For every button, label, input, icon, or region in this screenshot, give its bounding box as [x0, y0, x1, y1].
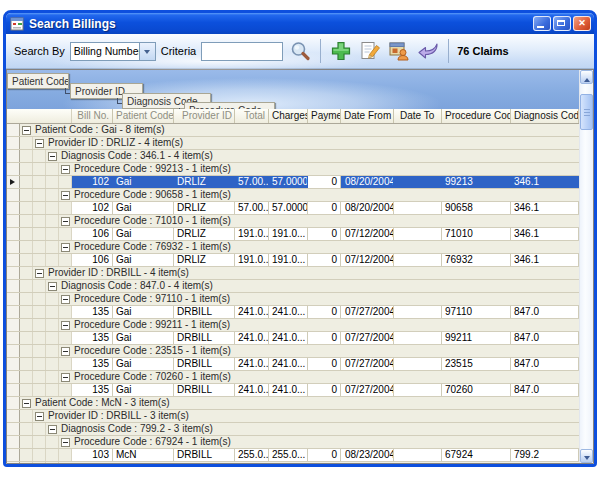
group-row[interactable]: Procedure Code : 23515 - 1 item(s) — [7, 345, 579, 358]
tree-indent — [20, 202, 33, 214]
scroll-down-icon[interactable] — [580, 449, 593, 463]
collapse-icon[interactable] — [61, 295, 70, 304]
collapse-icon[interactable] — [61, 243, 70, 252]
collapse-icon[interactable] — [48, 282, 57, 291]
tree-indent — [46, 332, 59, 344]
scroll-up-icon[interactable] — [580, 70, 593, 84]
column-header-total[interactable]: Total — [235, 109, 269, 123]
table-row[interactable]: 102GaiDRLIZ57.00...57.0000008/20/2004906… — [7, 202, 579, 215]
collapse-icon[interactable] — [61, 165, 70, 174]
scrollbar-thumb[interactable] — [580, 94, 593, 130]
cell-dateTo — [394, 228, 442, 240]
search-by-dropdown[interactable]: Billing Number — [70, 42, 156, 61]
table-row[interactable]: 106GaiDRLIZ191.0...191.0...007/12/200476… — [7, 254, 579, 267]
column-header-patient[interactable]: Patient Code — [113, 109, 174, 123]
cell-diag: 346.1 — [511, 228, 579, 240]
cell-dateFrom: 08/20/2004 — [341, 202, 394, 214]
group-row[interactable]: Patient Code : Gai - 8 item(s) — [7, 124, 579, 137]
close-button[interactable] — [573, 16, 591, 31]
tree-indent — [59, 358, 72, 370]
group-row-body: Procedure Code : 76932 - 1 item(s) — [59, 241, 579, 253]
group-row[interactable] — [7, 462, 579, 463]
cell-bill: 135 — [72, 358, 113, 370]
table-row[interactable]: 135GaiDRBILL241.0...241.0...007/27/20042… — [7, 358, 579, 371]
undo-arrow-button[interactable] — [416, 38, 440, 64]
minimize-button[interactable] — [533, 16, 551, 31]
column-header-charges[interactable]: Charges — [269, 109, 308, 123]
cell-payment: 0 — [308, 254, 341, 266]
table-row[interactable]: 102GaiDRLIZ57.00...57.0000008/20/2004992… — [7, 176, 579, 189]
collapse-icon[interactable] — [35, 412, 44, 421]
group-row[interactable]: Procedure Code : 90658 - 1 item(s) — [7, 189, 579, 202]
cell-payment: 0 — [308, 228, 341, 240]
group-row[interactable]: Provider ID : DRBILL - 3 item(s) — [7, 410, 579, 423]
tree-indent — [20, 319, 33, 331]
group-row[interactable]: Procedure Code : 71010 - 1 item(s) — [7, 215, 579, 228]
group-by-box-procedure-code[interactable]: Procedure Code — [184, 102, 275, 109]
tree-indent — [20, 423, 33, 435]
table-row[interactable]: 106GaiDRLIZ191.0...191.0...007/12/200471… — [7, 228, 579, 241]
add-button[interactable] — [329, 38, 353, 64]
group-row[interactable]: Diagnosis Code : 847.0 - 4 item(s) — [7, 280, 579, 293]
cell-diag: 847.0 — [511, 358, 579, 370]
collapse-icon[interactable] — [61, 321, 70, 330]
group-row[interactable]: Procedure Code : 99211 - 1 item(s) — [7, 319, 579, 332]
table-row[interactable]: 103McNDRBILL255.0...255.0...008/23/20046… — [7, 449, 579, 462]
collapse-icon[interactable] — [61, 217, 70, 226]
row-indicator-cell — [7, 397, 20, 409]
collapse-icon[interactable] — [61, 191, 70, 200]
collapse-icon[interactable] — [22, 126, 31, 135]
group-row[interactable]: Procedure Code : 97110 - 1 item(s) — [7, 293, 579, 306]
tree-indent — [46, 228, 59, 240]
collapse-icon[interactable] — [61, 373, 70, 382]
collapse-icon[interactable] — [61, 347, 70, 356]
column-header-diag[interactable]: Diagnosis Code — [511, 109, 579, 123]
search-button[interactable] — [288, 38, 312, 64]
group-row[interactable]: Procedure Code : 70260 - 1 item(s) — [7, 371, 579, 384]
cell-provider: DRBILL — [174, 306, 235, 318]
group-row[interactable]: Procedure Code : 76932 - 1 item(s) — [7, 241, 579, 254]
collapse-icon[interactable] — [35, 269, 44, 278]
group-row[interactable]: Diagnosis Code : 799.2 - 3 item(s) — [7, 423, 579, 436]
column-header-provider[interactable]: Provider ID — [174, 109, 235, 123]
tree-indent — [20, 280, 33, 292]
collapse-icon[interactable] — [48, 152, 57, 161]
cell-proc: 99211 — [442, 332, 511, 344]
column-header-dateTo[interactable]: Date To — [394, 109, 442, 123]
collapse-icon[interactable] — [35, 139, 44, 148]
tree-indent — [46, 436, 59, 448]
column-header-payment[interactable]: Payme... — [308, 109, 341, 123]
payment-editor[interactable]: 0 — [308, 176, 341, 188]
vertical-scrollbar[interactable] — [579, 70, 593, 463]
table-row[interactable]: 135GaiDRBILL241.0...241.0...007/27/20049… — [7, 332, 579, 345]
tree-indent — [20, 384, 33, 396]
edit-button[interactable] — [358, 38, 382, 64]
reports-button[interactable] — [387, 38, 411, 64]
group-row[interactable]: Procedure Code : 99213 - 1 item(s) — [7, 163, 579, 176]
cell-dateFrom: 07/12/2004 — [341, 254, 394, 266]
group-row[interactable]: Procedure Code : 67924 - 1 item(s) — [7, 436, 579, 449]
group-row[interactable]: Provider ID : DRLIZ - 4 item(s) — [7, 137, 579, 150]
column-header-dateFrom[interactable]: Date From — [341, 109, 394, 123]
chevron-down-icon[interactable] — [139, 43, 155, 60]
row-indicator-cell — [7, 124, 20, 136]
tree-indent — [33, 319, 46, 331]
table-row[interactable]: 135GaiDRBILL241.0...241.0...007/27/20049… — [7, 306, 579, 319]
cell-charges: 241.0... — [269, 332, 308, 344]
collapse-icon[interactable] — [48, 425, 57, 434]
collapse-icon[interactable] — [22, 399, 31, 408]
column-header-bill[interactable]: Bill No. — [72, 109, 113, 123]
table-row[interactable]: 135GaiDRBILL241.0...241.0...007/27/20047… — [7, 384, 579, 397]
criteria-input[interactable] — [201, 42, 283, 61]
cell-patient: Gai — [113, 332, 174, 344]
group-by-panel[interactable]: Patient CodeProvider IDDiagnosis CodePro… — [7, 70, 579, 109]
collapse-icon[interactable] — [61, 438, 70, 447]
group-by-box-patient-code[interactable]: Patient Code — [7, 73, 69, 89]
group-row[interactable]: Provider ID : DRBILL - 4 item(s) — [7, 267, 579, 280]
cell-diag: 346.1 — [511, 254, 579, 266]
cell-proc: 23515 — [442, 358, 511, 370]
group-row[interactable]: Diagnosis Code : 346.1 - 4 item(s) — [7, 150, 579, 163]
group-row[interactable]: Patient Code : McN - 3 item(s) — [7, 397, 579, 410]
column-header-proc[interactable]: Procedure Code — [442, 109, 511, 123]
maximize-button[interactable] — [553, 16, 571, 31]
